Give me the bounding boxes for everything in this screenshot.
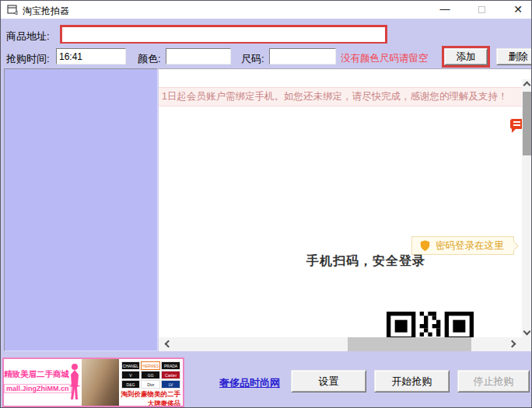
product-url-label: 商品地址: xyxy=(6,30,50,44)
scroll-up-icon[interactable] xyxy=(523,82,531,89)
window-icon xyxy=(7,5,18,15)
title-bar: 淘宝抢拍器 — ✕ xyxy=(1,1,531,19)
brand-logo: CHANEL xyxy=(121,361,141,370)
ad-photo xyxy=(82,359,119,406)
phone-binding-notice: 1日起会员账户需绑定手机。如您还未绑定，请尽快完成，感谢您的理解及支持！ xyxy=(159,87,522,106)
color-input[interactable] xyxy=(166,48,231,65)
shield-icon xyxy=(420,240,430,252)
add-button-highlight: 添加 xyxy=(442,46,490,68)
ad-store-name: 精致美眉二手商城 xyxy=(4,369,66,380)
brand-logo: HERMES xyxy=(141,361,160,370)
start-purchase-button[interactable]: 开始抢购 xyxy=(374,370,450,392)
brand-logo: V xyxy=(121,371,141,379)
qr-code xyxy=(387,312,474,339)
size-label: 尺码: xyxy=(241,52,264,66)
ad-brand-block: CHANEL HERMES PRADA V GG Cartier D&G Dio… xyxy=(119,359,184,406)
vertical-scroll-thumb[interactable] xyxy=(523,92,532,155)
scan-login-slogan: 手机扫码，安全登录 xyxy=(306,253,425,270)
ad-tagline-2: 大牌奢侈品 xyxy=(121,399,181,407)
stop-purchase-button: 停止抢购 xyxy=(457,370,530,392)
color-size-hint: 没有颜色尺码请留空 xyxy=(341,52,429,65)
login-webview: 1日起会员账户需绑定手机。如您还未绑定，请尽快完成，感谢您的理解及支持！ 密码登… xyxy=(159,68,532,351)
ad-store-url: mall.JingZhiMM.cn xyxy=(4,384,72,393)
window-title: 淘宝抢拍器 xyxy=(23,5,69,18)
brand-logo: PRADA xyxy=(161,361,180,370)
task-list-panel xyxy=(4,68,158,351)
add-button[interactable]: 添加 xyxy=(444,48,488,65)
minimize-button[interactable]: — xyxy=(433,1,457,18)
scroll-right-icon[interactable] xyxy=(509,340,516,348)
maximize-button xyxy=(471,1,494,18)
size-input[interactable] xyxy=(269,48,336,65)
vertical-scrollbar[interactable] xyxy=(522,79,532,351)
color-label: 颜色: xyxy=(138,52,161,66)
tooltip-text: 密码登录在这里 xyxy=(436,239,504,253)
brand-logo-grid: CHANEL HERMES PRADA V GG Cartier D&G Dio… xyxy=(121,361,181,389)
purchase-time-label: 抢购时间: xyxy=(6,52,50,66)
app-window: 淘宝抢拍器 — ✕ 商品地址: 抢购时间: 颜色: 尺码: 没有颜色尺码请留空 … xyxy=(0,0,532,408)
brand-logo: D&G xyxy=(121,380,141,389)
horizontal-scrollbar[interactable] xyxy=(159,337,522,351)
maximize-icon xyxy=(478,6,485,13)
close-button[interactable]: ✕ xyxy=(506,1,530,18)
product-url-input[interactable] xyxy=(62,28,385,42)
delete-button[interactable]: 删除 xyxy=(496,48,532,65)
brand-logo: GG xyxy=(141,371,160,379)
scroll-left-icon[interactable] xyxy=(165,340,173,348)
ad-text-block: 精致美眉二手商城 mall.JingZhiMM.cn xyxy=(4,359,66,406)
horizontal-scroll-thumb[interactable] xyxy=(348,337,471,351)
luxury-site-link[interactable]: 奢侈品时尚网 xyxy=(219,376,280,390)
scroll-down-icon[interactable] xyxy=(523,328,531,336)
product-url-highlight xyxy=(60,25,387,44)
purchase-time-input[interactable] xyxy=(56,48,126,65)
settings-button[interactable]: 设置 xyxy=(291,370,366,392)
brand-logo: LV xyxy=(161,380,180,389)
ad-tagline-1: 淘到价廉物美的二手 xyxy=(121,390,181,398)
woman-silhouette-icon xyxy=(66,359,82,406)
password-login-tooltip[interactable]: 密码登录在这里 xyxy=(411,236,514,255)
brand-logo: Cartier xyxy=(161,371,180,379)
ad-banner[interactable]: 精致美眉二手商城 mall.JingZhiMM.cn CHANEL HERMES… xyxy=(2,357,184,407)
brand-logo: Dior xyxy=(141,380,160,389)
